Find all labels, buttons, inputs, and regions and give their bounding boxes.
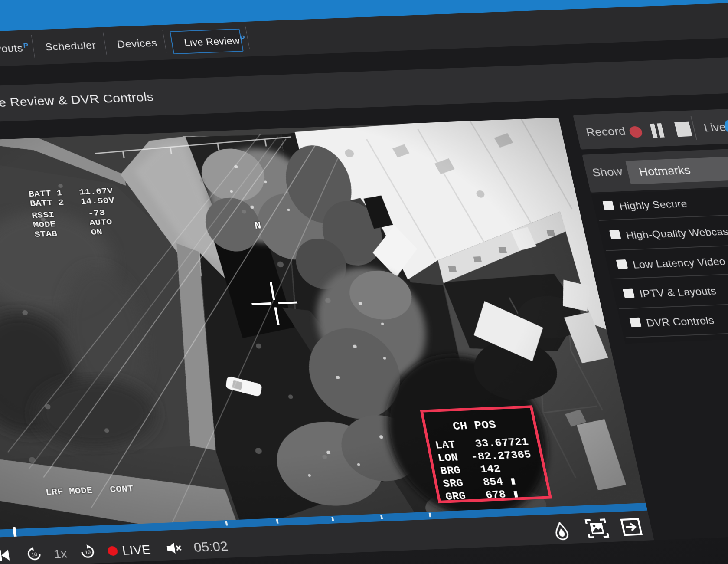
svg-text:10: 10 [85, 550, 91, 555]
svg-text:10: 10 [31, 552, 38, 557]
